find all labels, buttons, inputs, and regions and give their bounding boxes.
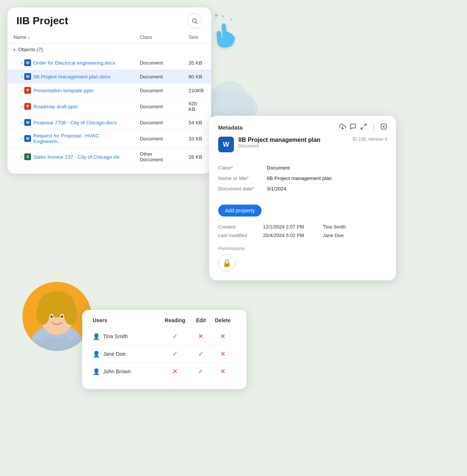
edit-column-header: Edit (192, 317, 209, 328)
download-icon[interactable] (339, 123, 346, 131)
table-header-row: Name ↓ Class Size (7, 31, 211, 43)
svg-point-19 (50, 315, 53, 318)
user-cell-2: 👤 John Brown (93, 368, 157, 375)
reading-check-1: ✓ (157, 345, 192, 363)
expand-icon[interactable] (360, 123, 367, 131)
delete-cross-0: ✕ (209, 328, 236, 345)
objects-group-row[interactable]: ▾ Objects (7) (7, 43, 211, 56)
group-chevron[interactable]: ▾ (13, 48, 15, 52)
audit-section: Created 12/1/2024 2:07 PM Tina Smith Las… (218, 223, 387, 240)
user-icon-0: 👤 (93, 333, 100, 340)
size-cell-1: 35 KB (183, 56, 211, 70)
name-column-header[interactable]: Name ↓ (7, 31, 134, 43)
more-options-icon[interactable]: ⋮ (371, 124, 377, 131)
lock-icon[interactable]: 🔒 (218, 254, 235, 271)
row-chevron-7[interactable]: › (21, 155, 22, 159)
delete-column-header: Delete (209, 317, 236, 328)
file-name-3[interactable]: › P Presentation template.pptx (13, 87, 128, 94)
delete-cross-1: ✕ (209, 345, 236, 363)
audit-row-modified: Last modified 20/4/2024 5:02 PM Jane Doe (218, 231, 387, 240)
meta-value-0: Document (267, 165, 290, 171)
class-column-header[interactable]: Class (134, 31, 183, 43)
size-cell-3: 210KB (183, 84, 211, 97)
search-button[interactable] (187, 13, 202, 28)
add-property-button[interactable]: Add property (218, 205, 262, 217)
permissions-label: Permissions (218, 246, 387, 251)
metadata-actions: ⋮ (339, 123, 387, 131)
row-chevron-1[interactable]: › (21, 61, 22, 65)
hand-cursor-decoration: ✦ ✦ ✦ (211, 22, 236, 55)
row-chevron-5[interactable]: › (21, 121, 22, 125)
svg-point-4 (192, 19, 197, 23)
class-cell-4: Document (134, 97, 183, 116)
table-row[interactable]: › P Presentation template.pptx Document … (7, 84, 211, 97)
ppt-icon-1: P (24, 87, 31, 94)
metadata-panel-title: Metadata (218, 124, 242, 131)
audit-label-created: Created (218, 224, 263, 230)
table-row[interactable]: › W Order for Electrical engineering.doc… (7, 56, 211, 70)
permission-row-2: 👤 John Brown ✕ ✓ ✕ (93, 363, 236, 380)
meta-label-1: Name or title* (218, 175, 267, 181)
size-cell-2: 80 KB (183, 70, 211, 84)
table-row[interactable]: › X Sales Invoice 237 - City of Chicago.… (7, 148, 211, 166)
meta-value-1: IIB Project management plan (267, 175, 332, 181)
svg-rect-21 (34, 340, 80, 351)
table-row[interactable]: › W Request for Proposal - HVAC Engineer… (7, 130, 211, 148)
size-cell-5: 54 KB (183, 116, 211, 130)
table-row[interactable]: › W IIB Project management plan.docx Doc… (7, 70, 211, 84)
edit-cross-0: ✕ (192, 328, 209, 345)
row-chevron-2[interactable]: › (21, 75, 22, 79)
row-chevron-4[interactable]: › (21, 105, 22, 109)
avatar-image (22, 278, 92, 351)
excel-icon-1: X (24, 153, 31, 160)
sparkle-icon: ✦ (214, 12, 219, 19)
meta-label-2: Document date* (218, 186, 267, 192)
close-icon[interactable] (380, 123, 387, 131)
file-name-4[interactable]: › P Roadmap draft.pptx (13, 103, 128, 110)
file-name-6[interactable]: › W Request for Proposal - HVAC Engineer… (13, 133, 128, 144)
size-cell-4: 620 KB (183, 97, 211, 116)
group-label: Objects (7) (18, 47, 43, 52)
sparkle-icon-2: ✦ (221, 14, 225, 19)
svg-line-5 (196, 22, 197, 24)
reading-check-0: ✓ (157, 328, 192, 345)
svg-point-16 (64, 302, 77, 325)
ppt-icon-2: P (24, 103, 31, 110)
word-icon-4: W (24, 135, 31, 142)
meta-field-row-0: Class* Document (218, 163, 387, 173)
size-column-header[interactable]: Size (183, 31, 211, 43)
meta-label-0: Class* (218, 165, 267, 171)
row-chevron-3[interactable]: › (21, 88, 22, 93)
user-icon-2: 👤 (93, 368, 100, 375)
comment-icon[interactable] (350, 123, 356, 131)
file-name-2[interactable]: › W IIB Project management plan.docx (13, 73, 128, 80)
permissions-section: Permissions 🔒 (218, 246, 387, 271)
file-name-5[interactable]: › W Proposal 7708 - City of Chicago.docx (13, 119, 128, 126)
permissions-card: Users Reading Edit Delete 👤 Tina Smith ✓… (82, 310, 247, 389)
metadata-header: Metadata ⋮ (218, 123, 387, 131)
meta-field-row-1: Name or title* IIB Project management pl… (218, 173, 387, 184)
user-name-1: Jane Doe (103, 351, 126, 357)
table-row[interactable]: › P Roadmap draft.pptx Document 620 KB (7, 97, 211, 116)
reading-cross-2: ✕ (157, 363, 192, 380)
doc-type-icon: W (218, 137, 234, 152)
audit-user-created: Tina Smith (323, 224, 346, 230)
word-icon-3: W (24, 119, 31, 126)
user-name-2: John Brown (103, 368, 131, 374)
table-row[interactable]: › W Proposal 7708 - City of Chicago.docx… (7, 116, 211, 130)
audit-user-modified: Jane Doe (323, 233, 344, 238)
file-name-1[interactable]: › W Order for Electrical engineering.doc… (13, 59, 128, 66)
file-name-7[interactable]: › X Sales Invoice 237 - City of Chicago.… (13, 153, 128, 160)
user-name-0: Tina Smith (103, 333, 128, 339)
class-cell-5: Document (134, 116, 183, 130)
meta-fields: Class* Document Name or title* IIB Proje… (218, 163, 387, 194)
doc-header: W IIB Project management plan Document I… (218, 137, 387, 156)
size-cell-6: 33 KB (183, 130, 211, 148)
meta-field-row-2: Document date* 3/1/2024 (218, 184, 387, 194)
row-chevron-6[interactable]: › (21, 137, 22, 141)
svg-point-3 (231, 93, 255, 116)
edit-check-1: ✓ (192, 345, 209, 363)
user-cell-1: 👤 Jane Doe (93, 351, 157, 358)
permission-row-0: 👤 Tina Smith ✓ ✕ ✕ (93, 328, 236, 345)
svg-line-8 (361, 127, 363, 129)
